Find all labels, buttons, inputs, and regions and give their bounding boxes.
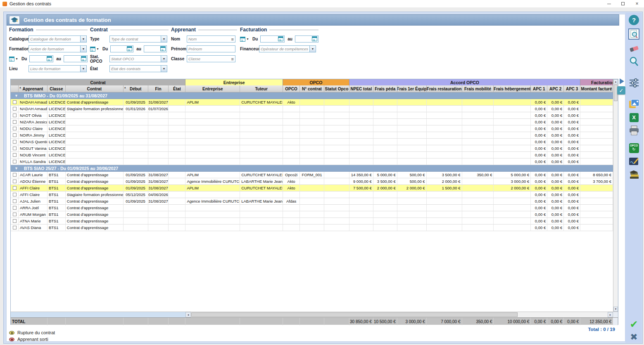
row-checkbox[interactable] [13,153,17,157]
column-header-apc1[interactable]: APC 1 [531,85,547,92]
row-checkbox[interactable] [13,173,17,177]
table-row[interactable]: NADAH ArnaudLICENCEContrat d'apprentissa… [11,99,613,106]
export-excel-button[interactable]: X [628,112,639,123]
table-row[interactable]: NYLLA SandraLICENCE0,00 €0,00 €0,00 € [11,158,613,165]
column-header-entreprise[interactable]: Entreprise [185,85,240,92]
nom-input[interactable] [187,37,230,41]
vertical-scrollbar[interactable]: ▲ ▼ [613,79,618,312]
scroll-right-icon[interactable]: ► [608,312,613,317]
calendar-icon[interactable]: 31 [160,46,166,51]
formation-input[interactable] [29,46,80,52]
close-window-button[interactable]: × [630,0,644,7]
date-mode-picker[interactable]: 31▼ [9,57,18,61]
formation-date-to[interactable]: 31 [64,55,88,62]
table-row[interactable]: NAOT OliviaLICENCE0,00 €0,00 €0,00 € [11,112,613,119]
date-mode-picker[interactable]: 31▼ [240,37,249,42]
table-row[interactable]: AJAL JulienBTS1Contrat d'apprentissage01… [11,198,613,205]
settings-button[interactable] [628,77,639,88]
apply-filter-button[interactable]: ✓ [617,86,625,95]
column-header-apc2[interactable]: APC 2 [547,85,564,92]
calendar-icon[interactable]: 31 [47,56,52,61]
search-button[interactable] [628,56,639,67]
column-header-apc3[interactable]: APC 3 [564,85,580,92]
row-checkbox[interactable] [13,127,17,130]
row-checkbox[interactable] [13,100,17,104]
contrat-date-from[interactable]: 31 [110,45,133,52]
signature-button[interactable] [628,156,639,167]
column-header-fin[interactable]: Fin [148,85,169,92]
column-header-appr[interactable]: ▲Apprenant [19,85,48,92]
type-contrat-input[interactable] [110,36,161,42]
table-row[interactable]: ADOU ÉtienneBTS1Contrat d'apprentissage0… [11,178,613,185]
table-row[interactable]: NOUB VincentLICENCE0,00 €0,00 €0,00 € [11,152,613,158]
row-checkbox[interactable] [13,133,17,137]
chevron-down-icon[interactable]: ▼ [14,166,18,170]
chevron-down-icon[interactable]: ▼ [161,66,167,72]
catalogue-combo[interactable]: ▼ [29,35,87,43]
prenom-input[interactable] [187,47,235,51]
group-header-row[interactable]: ▼BTS IMMO - Du 01/09/2025 au 31/08/2027 [11,92,613,99]
list-icon[interactable]: ≡ [230,57,235,61]
row-checkbox[interactable] [13,186,17,190]
classe-input[interactable] [187,57,230,61]
help-button[interactable]: ? [628,14,639,26]
table-row[interactable]: NIZARA JessicaLICENCE0,00 €0,00 €0,00 € [11,119,613,125]
row-checkbox[interactable] [13,199,17,203]
scroll-down-icon[interactable]: ▼ [613,307,618,312]
financeurs-input[interactable] [259,46,309,52]
statut-opco-combo[interactable]: ▼ [109,55,167,62]
row-checkbox[interactable] [13,120,17,124]
table-row[interactable]: AFFI ClaireBTS1Stagiaire formation profe… [11,191,613,198]
catalogue-input[interactable] [29,36,80,42]
facturation-date-to[interactable]: 31 [295,35,318,43]
minimize-button[interactable] [602,0,616,7]
table-row[interactable]: ARRA JoëlBTS1Contrat d'apprentissage0,00… [11,205,613,211]
row-checkbox[interactable] [13,213,17,216]
table-row[interactable]: ACAR LaurieBTS1Contrat d'apprentissage01… [11,172,613,178]
row-checkbox[interactable] [13,147,17,150]
column-header-opco[interactable]: OPCO [283,85,300,92]
lieu-input[interactable] [29,66,80,72]
row-checkbox[interactable] [13,107,17,111]
classe-field[interactable]: ≡ [187,55,235,62]
expand-panel-button[interactable] [618,77,625,85]
calendar-icon[interactable]: 31 [81,56,86,61]
table-row[interactable]: NODU ClaireLICENCE0,00 €0,00 €0,00 € [11,125,613,132]
etat-contrats-combo[interactable]: ▼ [109,65,167,72]
row-checkbox[interactable] [13,113,17,117]
validate-button[interactable]: ✔ [628,319,639,330]
horizontal-scroll-thumb[interactable] [191,312,518,317]
column-header-etat[interactable]: État [169,85,185,92]
list-icon[interactable]: ≡ [230,37,235,42]
facturation-date-from[interactable]: 31 [260,35,285,43]
chevron-down-icon[interactable]: ▼ [161,56,167,62]
training-books-button[interactable] [628,169,639,180]
row-checkbox[interactable] [13,219,17,223]
chevron-down-icon[interactable]: ▼ [80,66,86,72]
etat-contrats-input[interactable] [110,66,161,72]
chevron-down-icon[interactable]: ▼ [80,46,86,52]
table-row[interactable]: NONAS QuentinLICENCE0,00 €0,00 €0,00 € [11,139,613,145]
prenom-field[interactable] [187,45,235,52]
type-contrat-combo[interactable]: ▼ [109,35,167,43]
chevron-down-icon[interactable]: ▼ [161,36,167,42]
column-header-peda[interactable]: Frais péda [373,85,397,92]
column-header-montant[interactable]: Montant facturé [580,85,613,92]
column-header-equip[interactable]: Frais 1er Équip [397,85,427,92]
row-checkbox[interactable] [13,160,17,163]
chevron-down-icon[interactable]: ▼ [309,46,316,52]
preview-button[interactable] [628,28,639,40]
eraser-button[interactable] [628,43,639,54]
scroll-left-icon[interactable]: ◄ [185,312,191,317]
table-row[interactable]: NOSUT VaninaLICENCE0,00 €0,00 €0,00 € [11,145,613,152]
column-header-classe[interactable]: Classe [48,85,66,92]
chevron-down-icon[interactable]: ▼ [80,36,86,42]
column-header-mob[interactable]: Frais mobilité [462,85,494,92]
column-header-statutopco[interactable]: Statut Opco [324,85,349,92]
chevron-down-icon[interactable]: ▼ [14,94,18,98]
opco-sync-button[interactable]: OPCO↻ [628,142,639,154]
table-row[interactable]: NADAH ArnaudLICENCEStagiaire formation p… [11,106,613,112]
date-mode-picker[interactable]: 31▼ [90,47,99,52]
column-header-heb[interactable]: Frais hébergement [494,85,531,92]
horizontal-scrollbar[interactable]: ◄ ► [11,312,618,317]
